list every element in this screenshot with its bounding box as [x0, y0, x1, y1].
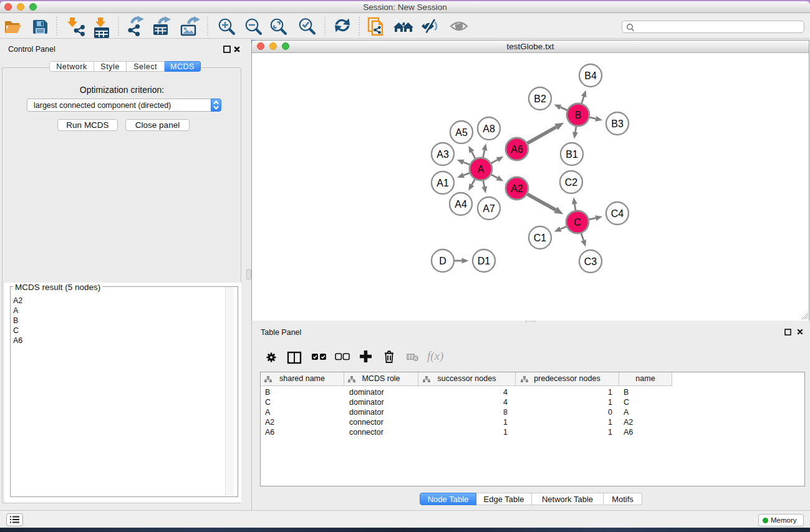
svg-text:B4: B4 — [584, 70, 597, 81]
svg-text:f(x): f(x) — [427, 349, 443, 363]
svg-text:B2: B2 — [534, 94, 546, 104]
svg-text:A2: A2 — [511, 183, 523, 194]
svg-text:B1: B1 — [566, 149, 578, 160]
svg-text:C1: C1 — [534, 233, 547, 243]
svg-text:A4: A4 — [455, 199, 467, 210]
svg-text:A7: A7 — [483, 203, 495, 214]
svg-text:C: C — [574, 217, 581, 228]
svg-text:B: B — [575, 110, 582, 120]
svg-text:C3: C3 — [584, 256, 597, 267]
svg-text:A6: A6 — [511, 144, 523, 155]
svg-text:A: A — [478, 164, 485, 175]
svg-text:A5: A5 — [455, 127, 468, 138]
svg-text:A8: A8 — [483, 123, 495, 134]
svg-text:C4: C4 — [611, 208, 624, 219]
svg-text:C2: C2 — [565, 177, 578, 188]
svg-text:D: D — [439, 256, 446, 266]
svg-text:A1: A1 — [436, 178, 449, 188]
svg-text:A3: A3 — [436, 149, 449, 160]
svg-text:B3: B3 — [611, 118, 624, 129]
svg-text:D1: D1 — [478, 256, 491, 266]
